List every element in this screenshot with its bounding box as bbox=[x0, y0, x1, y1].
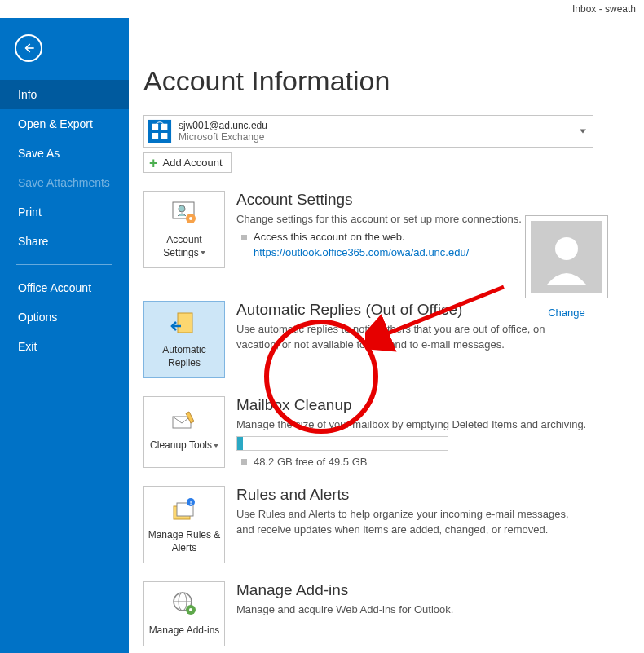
svg-rect-1 bbox=[148, 120, 171, 143]
chevron-down-icon bbox=[580, 130, 586, 134]
cleanup-tools-tile[interactable]: Cleanup Tools bbox=[143, 396, 225, 468]
chevron-down-icon bbox=[201, 251, 205, 254]
owa-link[interactable]: https://outlook.office365.com/owa/ad.unc… bbox=[254, 246, 469, 258]
add-account-label: Add Account bbox=[163, 157, 223, 169]
avatar-frame[interactable] bbox=[525, 215, 608, 298]
sidebar-item-share[interactable]: Share bbox=[0, 227, 129, 256]
sidebar-item-open-export[interactable]: Open & Export bbox=[0, 109, 129, 139]
svg-point-3 bbox=[179, 205, 185, 212]
sidebar-item-info[interactable]: Info bbox=[0, 80, 129, 109]
bullet-icon bbox=[241, 459, 247, 465]
storage-bar bbox=[236, 436, 448, 451]
account-settings-icon bbox=[170, 200, 199, 229]
svg-text:!: ! bbox=[190, 499, 192, 506]
section-title-rules: Rules and Alerts bbox=[236, 486, 587, 504]
section-desc-cleanup: Manage the size of your mailbox by empty… bbox=[236, 417, 587, 433]
person-placeholder-icon bbox=[538, 228, 595, 285]
storage-text: 48.2 GB free of 49.5 GB bbox=[254, 456, 367, 468]
section-title-addins: Manage Add-ins bbox=[236, 581, 587, 599]
section-desc-rules: Use Rules and Alerts to help organize yo… bbox=[236, 507, 587, 538]
svg-point-5 bbox=[189, 217, 192, 220]
manage-addins-tile[interactable]: Manage Add-ins bbox=[143, 581, 225, 646]
svg-point-16 bbox=[189, 608, 192, 611]
addins-icon bbox=[170, 590, 199, 620]
exchange-icon bbox=[148, 119, 172, 143]
account-settings-tile[interactable]: Account Settings bbox=[143, 191, 225, 268]
window-title: Inbox - sweath bbox=[572, 3, 636, 15]
profile-photo-box: Change bbox=[525, 215, 608, 319]
sidebar-item-save-attachments: Save Attachments bbox=[0, 168, 129, 197]
back-button[interactable] bbox=[15, 34, 42, 62]
chevron-down-icon bbox=[214, 444, 218, 448]
section-desc-addins: Manage and acquire Web Add-ins for Outlo… bbox=[236, 602, 587, 618]
title-bar: Inbox - sweath bbox=[0, 0, 644, 18]
automatic-replies-tile[interactable]: Automatic Replies bbox=[143, 301, 225, 378]
page-title: Account Information bbox=[143, 65, 644, 97]
section-title-account-settings: Account Settings bbox=[236, 191, 587, 209]
main-panel: Account Information sjw001@ad.unc.edu Mi… bbox=[129, 18, 644, 653]
sidebar-item-save-as[interactable]: Save As bbox=[0, 139, 129, 168]
cleanup-tools-icon bbox=[170, 405, 199, 435]
account-dropdown[interactable]: sjw001@ad.unc.edu Microsoft Exchange bbox=[143, 115, 593, 148]
section-desc-auto-replies: Use automatic replies to notify others t… bbox=[236, 322, 587, 353]
manage-rules-tile[interactable]: ! Manage Rules & Alerts bbox=[143, 486, 225, 563]
change-photo-link[interactable]: Change bbox=[548, 307, 585, 319]
account-provider: Microsoft Exchange bbox=[179, 131, 267, 143]
sidebar-item-exit[interactable]: Exit bbox=[0, 332, 129, 361]
rules-alerts-icon: ! bbox=[170, 495, 199, 524]
svg-rect-6 bbox=[178, 313, 192, 333]
sidebar-separator bbox=[16, 264, 112, 265]
backstage-sidebar: Info Open & Export Save As Save Attachme… bbox=[0, 18, 129, 653]
account-email: sjw001@ad.unc.edu bbox=[179, 120, 267, 131]
back-arrow-icon bbox=[20, 40, 37, 56]
bullet-icon bbox=[241, 235, 247, 240]
automatic-replies-icon bbox=[170, 310, 199, 339]
sidebar-item-print[interactable]: Print bbox=[0, 197, 129, 227]
section-title-cleanup: Mailbox Cleanup bbox=[236, 396, 587, 414]
plus-icon: + bbox=[149, 157, 158, 169]
sidebar-item-options[interactable]: Options bbox=[0, 302, 129, 332]
sidebar-item-office-account[interactable]: Office Account bbox=[0, 273, 129, 302]
add-account-button[interactable]: + Add Account bbox=[143, 152, 232, 173]
svg-point-17 bbox=[555, 237, 578, 260]
